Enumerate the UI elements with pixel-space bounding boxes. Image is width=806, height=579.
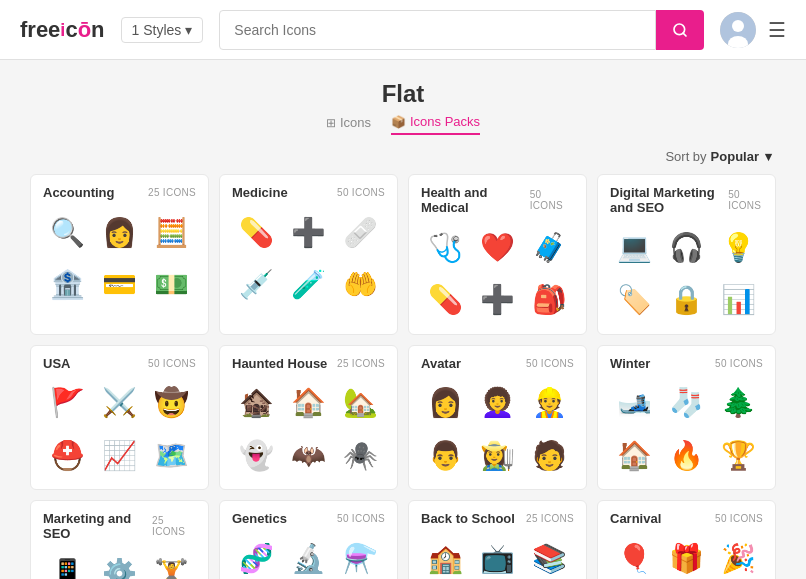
icon-thumb: 💻 <box>610 223 658 271</box>
icon-thumb: 👨 <box>421 431 469 479</box>
icon-thumb: 📺 <box>473 534 521 579</box>
icon-thumb: 🧮 <box>148 208 196 256</box>
category-card[interactable]: Digital Marketing and SEO50 ICONS💻🎧💡🏷️🔒📊 <box>597 174 776 335</box>
category-header: Accounting25 ICONS <box>43 185 196 200</box>
style-label: 1 Styles <box>132 22 182 38</box>
category-card[interactable]: Haunted House25 ICONS🏚️🏠🏡👻🦇🕷️ <box>219 345 398 491</box>
sort-chevron-icon: ▾ <box>765 149 772 164</box>
category-count: 25 ICONS <box>148 187 196 198</box>
category-card[interactable]: Medicine50 ICONS💊➕🩹💉🧪🤲 <box>219 174 398 335</box>
icon-thumb: ⚔️ <box>95 379 143 427</box>
category-header: Back to School25 ICONS <box>421 511 574 526</box>
packs-tab-icon: 📦 <box>391 115 406 129</box>
category-icons: 🏚️🏠🏡👻🦇🕷️ <box>232 379 385 480</box>
icon-thumb: 🏫 <box>421 534 469 579</box>
category-count: 50 ICONS <box>337 187 385 198</box>
sort-bar: Sort by Popular ▾ <box>30 149 776 164</box>
category-count: 25 ICONS <box>526 513 574 524</box>
tab-icons[interactable]: ⊞ Icons <box>326 114 371 135</box>
category-card[interactable]: USA50 ICONS🚩⚔️🤠⛑️📈🗺️ <box>30 345 209 491</box>
category-count: 25 ICONS <box>337 358 385 369</box>
search-input[interactable] <box>219 10 656 50</box>
category-card[interactable]: Accounting25 ICONS🔍👩🧮🏦💳💵 <box>30 174 209 335</box>
icon-thumb: ⚙️ <box>95 549 143 579</box>
icon-thumb: 💊 <box>421 275 469 323</box>
icon-thumb: 🌲 <box>715 379 763 427</box>
category-count: 50 ICONS <box>728 189 763 211</box>
category-header: Carnival50 ICONS <box>610 511 763 526</box>
tabs: ⊞ Icons 📦 Icons Packs <box>30 114 776 135</box>
category-header: Medicine50 ICONS <box>232 185 385 200</box>
category-header: USA50 ICONS <box>43 356 196 371</box>
icon-thumb: ⛑️ <box>43 431 91 479</box>
category-icons: 💻🎧💡🏷️🔒📊 <box>610 223 763 324</box>
avatar-image <box>720 12 756 48</box>
sort-dropdown[interactable]: Popular ▾ <box>711 149 776 164</box>
icon-thumb: 🏦 <box>43 260 91 308</box>
icon-thumb: 💡 <box>715 223 763 271</box>
icon-thumb: ⚗️ <box>337 534 385 579</box>
category-card[interactable]: Genetics50 ICONS🧬🔬⚗️🐇🦠🧫 <box>219 500 398 579</box>
category-name: Haunted House <box>232 356 327 371</box>
category-icons: 🎿🧦🌲🏠🔥🏆 <box>610 379 763 480</box>
category-name: Genetics <box>232 511 287 526</box>
icon-thumb: 📱 <box>43 549 91 579</box>
category-card[interactable]: Avatar50 ICONS👩👩‍🦱👷👨👩‍🌾🧑 <box>408 345 587 491</box>
icon-thumb: 💵 <box>148 260 196 308</box>
category-header: Winter50 ICONS <box>610 356 763 371</box>
icon-thumb: 🤲 <box>337 260 385 308</box>
chevron-down-icon: ▾ <box>185 22 192 38</box>
icon-thumb: 📚 <box>526 534 574 579</box>
category-name: Winter <box>610 356 650 371</box>
category-count: 50 ICONS <box>715 358 763 369</box>
icon-thumb: ❤️ <box>473 223 521 271</box>
tab-icons-packs[interactable]: 📦 Icons Packs <box>391 114 480 135</box>
category-name: Digital Marketing and SEO <box>610 185 728 215</box>
category-card[interactable]: Winter50 ICONS🎿🧦🌲🏠🔥🏆 <box>597 345 776 491</box>
category-icons: 🎈🎁🎉👟🥇🎀 <box>610 534 763 579</box>
icons-tab-icon: ⊞ <box>326 116 336 130</box>
category-icons: 📱⚙️🏋️📊🏷️🖼️ <box>43 549 196 579</box>
icon-thumb: 👻 <box>232 431 280 479</box>
icon-thumb: 🧬 <box>232 534 280 579</box>
icon-thumb: 🔒 <box>662 275 710 323</box>
icon-thumb: 📈 <box>95 431 143 479</box>
hamburger-menu-icon[interactable]: ☰ <box>768 18 786 42</box>
svg-point-3 <box>732 20 744 32</box>
logo-text: free <box>20 17 60 43</box>
category-icons: 🏫📺📚🥇📄🔔 <box>421 534 574 579</box>
icon-thumb: 🚩 <box>43 379 91 427</box>
category-count: 25 ICONS <box>152 515 196 537</box>
logo-n: n <box>91 17 104 43</box>
category-header: Avatar50 ICONS <box>421 356 574 371</box>
category-header: Genetics50 ICONS <box>232 511 385 526</box>
header-right: ☰ <box>720 12 786 48</box>
icon-thumb: 🩹 <box>337 208 385 256</box>
avatar[interactable] <box>720 12 756 48</box>
icon-thumb: 💉 <box>232 260 280 308</box>
category-card[interactable]: Back to School25 ICONS🏫📺📚🥇📄🔔 <box>408 500 587 579</box>
icon-thumb: 🕷️ <box>337 431 385 479</box>
category-name: USA <box>43 356 70 371</box>
icon-thumb: ➕ <box>284 208 332 256</box>
category-card[interactable]: Health and Medical50 ICONS🩺❤️🧳💊➕🎒 <box>408 174 587 335</box>
icon-thumb: 🎁 <box>662 534 710 579</box>
icon-thumb: 🎿 <box>610 379 658 427</box>
category-header: Digital Marketing and SEO50 ICONS <box>610 185 763 215</box>
style-selector[interactable]: 1 Styles ▾ <box>121 17 204 43</box>
sort-label: Sort by <box>665 149 706 164</box>
icon-thumb: 🏚️ <box>232 379 280 427</box>
icon-thumb: 💊 <box>232 208 280 256</box>
category-name: Marketing and SEO <box>43 511 152 541</box>
category-name: Accounting <box>43 185 115 200</box>
category-icons: 🔍👩🧮🏦💳💵 <box>43 208 196 309</box>
category-count: 50 ICONS <box>526 358 574 369</box>
category-card[interactable]: Carnival50 ICONS🎈🎁🎉👟🥇🎀 <box>597 500 776 579</box>
icon-thumb: 🎒 <box>526 275 574 323</box>
category-card[interactable]: Marketing and SEO25 ICONS📱⚙️🏋️📊🏷️🖼️ <box>30 500 209 579</box>
logo-suffix: c <box>65 17 77 43</box>
logo[interactable]: freeicōn <box>20 17 105 43</box>
search-button[interactable] <box>656 10 704 50</box>
tab-icons-label: Icons <box>340 115 371 130</box>
icon-thumb: 🏡 <box>337 379 385 427</box>
